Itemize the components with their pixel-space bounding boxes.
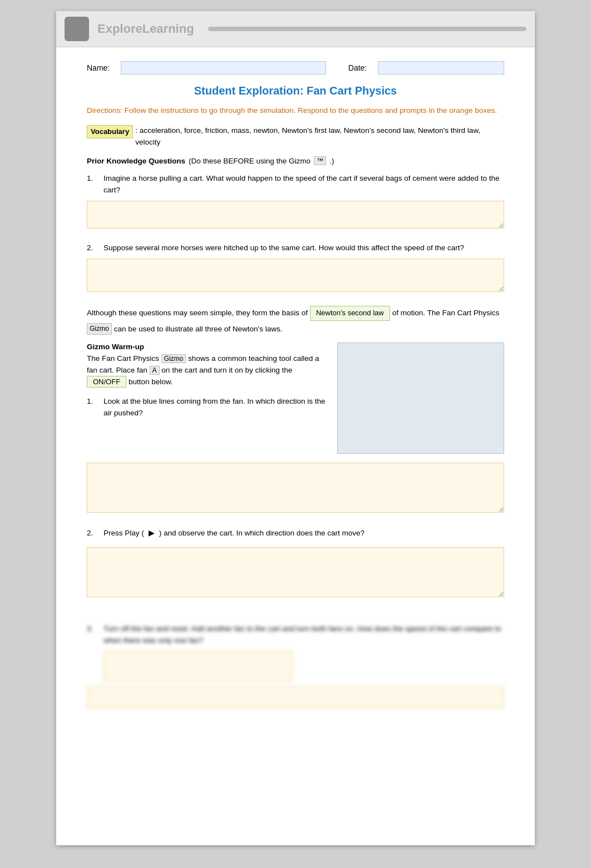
progress-bar bbox=[208, 27, 526, 31]
warmup-q2-block: 2. Press Play ( ▶ ) and observe the cart… bbox=[87, 528, 504, 603]
play-icon: ▶ bbox=[149, 528, 155, 539]
blurred-answer-box bbox=[104, 651, 293, 682]
statement-rest: can be used to illustrate all three of N… bbox=[114, 323, 283, 335]
warmup-q1-text: 1. Look at the blue lines coming from th… bbox=[87, 396, 326, 419]
statement-row: Although these questions may seem simple… bbox=[87, 306, 504, 335]
question-2-text: 2. Suppose several more horses were hitc… bbox=[87, 242, 504, 254]
date-label: Date: bbox=[348, 63, 367, 72]
gizmo-trademark: ™ bbox=[314, 156, 326, 165]
warmup-intro-text: The Fan Cart Physics bbox=[87, 354, 159, 363]
header-bar: ExploreLearning bbox=[56, 11, 535, 47]
blurred-q3-number: 3. bbox=[87, 623, 99, 647]
newtons-second-law-badge: Newton's second law bbox=[310, 306, 390, 321]
vocab-text: : acceleration, force, friction, mass, n… bbox=[135, 125, 504, 148]
vocab-colon: : bbox=[135, 126, 140, 135]
q1-number: 1. bbox=[87, 173, 99, 196]
vocabulary-row: Vocabulary : acceleration, force, fricti… bbox=[87, 125, 504, 148]
vocab-badge: Vocabulary bbox=[87, 125, 133, 138]
q1-body: Imagine a horse pulling a cart. What wou… bbox=[104, 173, 504, 196]
name-date-row: Name: Date: bbox=[87, 61, 504, 75]
date-input[interactable] bbox=[378, 61, 504, 75]
blurred-section: 3. Turn off the fan and reset. Add anoth… bbox=[87, 618, 504, 708]
warmup-intro4: button below. bbox=[129, 378, 173, 386]
gizmo-badge-stmt: Gizmo bbox=[87, 323, 112, 335]
name-input[interactable] bbox=[121, 61, 326, 75]
prior-knowledge-row: Prior Knowledge Questions (Do these BEFO… bbox=[87, 156, 504, 165]
directions-text: Directions: Follow the instructions to g… bbox=[87, 105, 504, 116]
gizmo-sim-area bbox=[337, 343, 504, 454]
warmup-q2-text: 2. Press Play ( ▶ ) and observe the cart… bbox=[87, 528, 504, 539]
question-1-block: 1. Imagine a horse pulling a cart. What … bbox=[87, 173, 504, 234]
blurred-q3-text: 3. Turn off the fan and reset. Add anoth… bbox=[87, 623, 504, 647]
brand-name: ExploreLearning bbox=[97, 22, 194, 36]
prior-label: Prior Knowledge Questions bbox=[87, 157, 185, 165]
wq2-body2: ) and observe the cart. In which directi… bbox=[159, 528, 365, 539]
fan-a-badge: A bbox=[150, 366, 160, 375]
question-1-text: 1. Imagine a horse pulling a cart. What … bbox=[87, 173, 504, 196]
wq2-number: 2. bbox=[87, 528, 99, 539]
blurred-q3-body: Turn off the fan and reset. Add another … bbox=[104, 623, 504, 647]
on-off-badge: ON/OFF bbox=[87, 376, 126, 388]
q2-number: 2. bbox=[87, 242, 99, 254]
wq1-answer-box[interactable] bbox=[87, 463, 504, 513]
q1-answer-box[interactable] bbox=[87, 201, 504, 229]
wq2-body: Press Play ( bbox=[104, 528, 144, 539]
prior-close: .) bbox=[329, 157, 334, 165]
page-title: Student Exploration: Fan Cart Physics bbox=[87, 85, 504, 97]
warmup-intro3: on the cart and turn it on by clicking t… bbox=[161, 366, 292, 374]
app-logo bbox=[65, 17, 89, 41]
q2-answer-box[interactable] bbox=[87, 259, 504, 292]
gizmo-badge-warmup: Gizmo bbox=[161, 354, 186, 363]
prior-paren: (Do these BEFORE using the Gizmo bbox=[189, 157, 311, 165]
name-label: Name: bbox=[87, 63, 110, 72]
wq1-body: Look at the blue lines coming from the f… bbox=[104, 396, 326, 419]
q2-body: Suppose several more horses were hitched… bbox=[104, 242, 464, 254]
wq2-answer-box[interactable] bbox=[87, 547, 504, 597]
blurred-wide-box bbox=[87, 686, 504, 708]
statement-after: of motion. The Fan Cart Physics bbox=[392, 307, 500, 319]
wq1-number: 1. bbox=[87, 396, 99, 419]
warmup-section: Gizmo Warm-up The Fan Cart Physics Gizmo… bbox=[87, 343, 504, 612]
statement-before: Although these questions may seem simple… bbox=[87, 307, 308, 319]
vocab-list: acceleration, force, friction, mass, new… bbox=[135, 126, 480, 146]
question-2-block: 2. Suppose several more horses were hitc… bbox=[87, 242, 504, 297]
